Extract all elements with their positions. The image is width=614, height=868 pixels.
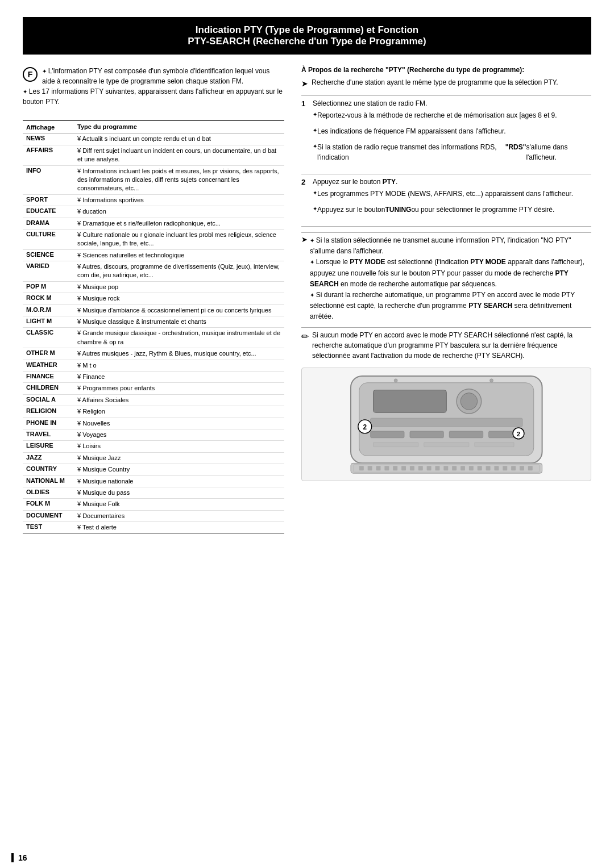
table-cell-name: VARIED [23,261,74,282]
table-cell-name: TEST [23,522,74,533]
table-cell-name: EDUCATE [23,206,74,218]
svg-rect-25 [393,466,397,471]
pencil-note: ✏ Si aucun mode PTY en accord avec le mo… [301,330,591,361]
table-cell-desc: ¥ Documentaires [74,510,284,521]
table-cell-name: OLDIES [23,487,74,498]
table-cell-name: LEISURE [23,441,74,452]
right-column: À Propos de la recherche "PTY" (Recherch… [301,66,591,533]
step-main-text: Sélectionnez une station de radio FM. [313,98,591,108]
svg-rect-10 [373,443,418,447]
table-row: LIGHT M¥ Musique classique & instrumenta… [23,316,284,328]
svg-rect-7 [410,431,443,438]
svg-rect-38 [503,466,507,471]
note-bullet: Si durant la recherche automatique, un p… [310,290,591,323]
note-arrow-icon: ➤ [301,235,308,244]
main-content: F L'information PTY est composée d'un sy… [23,66,591,533]
table-cell-desc: ¥ M t o [74,360,284,371]
table-cell-desc: ¥ Grande musique classique - orchestrati… [74,328,284,348]
svg-rect-21 [359,466,364,471]
note-bullet: Lorsque le PTY MODE est sélectionné (l'i… [310,257,591,290]
table-cell-desc: ¥ Sciences naturelles et technologique [74,249,284,261]
svg-rect-6 [370,431,404,438]
table-header-type: Type du programme [74,121,284,133]
right-section-title: À Propos de la recherche "PTY" (Recherch… [301,66,591,74]
arrow-right-icon: ➤ [301,78,308,90]
device-svg: 2 2 [309,370,584,477]
svg-rect-30 [435,466,439,471]
table-header-affichage: Affichage [23,121,74,133]
notes-block: ➤ Si la station sélectionnée ne transmet… [301,235,591,323]
note-bullet: Si la station sélectionnée ne transmet a… [310,235,591,257]
header-title-line1: Indication PTY (Type de Programme) et Fo… [36,24,578,36]
table-cell-name: FOLK M [23,499,74,510]
table-row: M.O.R.M¥ Musique d'ambiance & occasionne… [23,304,284,316]
table-cell-name: RELIGION [23,406,74,418]
table-cell-desc: ¥ Informations sportives [74,194,284,206]
table-cell-desc: ¥ Musique Folk [74,499,284,510]
svg-rect-33 [460,466,465,471]
table-cell-name: JAZZ [23,452,74,464]
svg-rect-40 [520,466,524,471]
table-cell-desc: ¥ Programmes pour enfants [74,383,284,394]
svg-rect-24 [384,466,389,471]
table-cell-name: CLASSIC [23,328,74,348]
page-header: Indication PTY (Type de Programme) et Fo… [23,17,591,55]
table-cell-name: WEATHER [23,360,74,371]
device-image: 2 2 [301,368,591,481]
table-cell-name: SPORT [23,194,74,206]
table-row: PHONE IN¥ Nouvelles [23,418,284,429]
table-cell-name: SOCIAL A [23,394,74,406]
step-bullet: Reportez-vous à la méthode de recherche … [313,110,591,120]
table-row: OTHER M¥ Autres musiques - jazz, Rythm &… [23,348,284,360]
table-row: COUNTRY¥ Musique Country [23,464,284,475]
table-row: SPORT¥ Informations sportives [23,194,284,206]
table-cell-name: PHONE IN [23,418,74,429]
table-cell-desc: ¥ Musique Country [74,464,284,475]
table-cell-name: COUNTRY [23,464,74,475]
table-row: DOCUMENT¥ Documentaires [23,510,284,521]
svg-rect-22 [367,466,372,471]
pencil-icon: ✏ [301,330,309,344]
table-cell-desc: ¥ ducation [74,206,284,218]
note-bullets: Si la station sélectionnée ne transmet a… [310,235,591,323]
table-cell-name: DOCUMENT [23,510,74,521]
step-number: 2 [301,177,313,220]
svg-point-18 [489,379,493,382]
table-row: CHILDREN¥ Programmes pour enfants [23,383,284,394]
table-row: ROCK M¥ Musique rock [23,293,284,304]
table-cell-desc: ¥ Actualit s incluant un compte rendu et… [74,133,284,145]
table-cell-desc: ¥ Musique Jazz [74,452,284,464]
table-cell-desc: ¥ Autres musiques - jazz, Rythm & Blues,… [74,348,284,360]
step-number: 1 [301,98,313,168]
table-row: TRAVEL¥ Voyages [23,429,284,440]
table-row: DRAMA¥ Dramatique et s rie/feuilleton ra… [23,218,284,229]
table-cell-desc: ¥ Musique classique & instrumentale et c… [74,316,284,328]
svg-rect-31 [443,466,448,471]
arrow-text: Recherche d'une station ayant le même ty… [312,77,558,87]
left-column: F L'information PTY est composée d'un sy… [23,66,284,533]
table-cell-desc: ¥ Musique pop [74,281,284,293]
page-number: 16 [11,853,27,862]
table-cell-name: NEWS [23,133,74,145]
svg-text:2: 2 [517,431,520,437]
svg-rect-2 [373,390,446,413]
table-row: INFO¥ Informations incluant les poids et… [23,165,284,194]
svg-point-4 [460,393,478,410]
f-badge: F [23,67,38,82]
table-cell-name: ROCK M [23,293,74,304]
table-cell-name: CHILDREN [23,383,74,394]
divider-2 [301,232,591,233]
table-row: CLASSIC¥ Grande musique classique - orch… [23,328,284,348]
table-cell-desc: ¥ Informations incluant les poids et mes… [74,165,284,194]
step-content: Appuyez sur le bouton PTY.Les programmes… [313,177,591,220]
step-item: 1Sélectionnez une station de radio FM.Re… [301,98,591,168]
table-cell-desc: ¥ Musique rock [74,293,284,304]
table-cell-desc: ¥ Nouvelles [74,418,284,429]
svg-rect-12 [474,443,513,447]
table-cell-desc: ¥ Religion [74,406,284,418]
table-cell-desc: ¥ Finance [74,371,284,382]
intro-bullet-1: L'information PTY est composée d'un symb… [23,66,284,86]
table-row: FINANCE¥ Finance [23,371,284,382]
table-cell-name: TRAVEL [23,429,74,440]
svg-point-17 [394,379,397,382]
